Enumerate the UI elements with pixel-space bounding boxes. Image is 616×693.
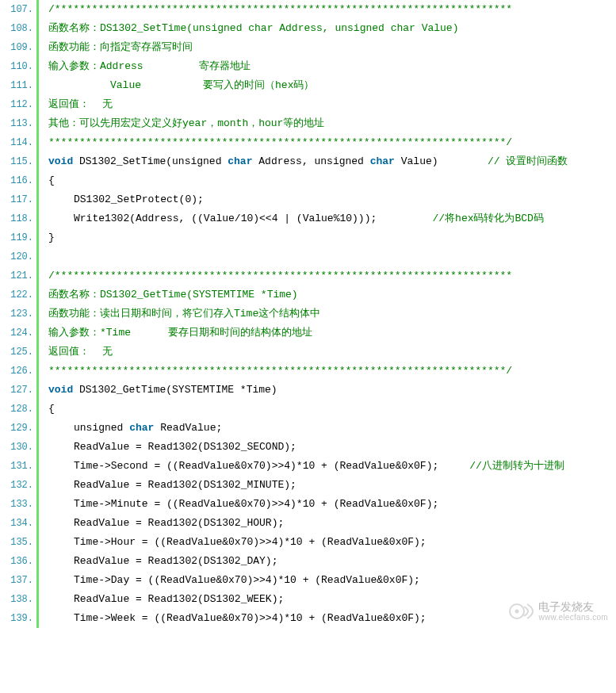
line-number: 130.	[0, 438, 39, 457]
code-text: {	[48, 403, 55, 415]
comment-text: ****************************************…	[48, 365, 512, 377]
code-text: Address, unsigned	[252, 155, 369, 167]
line-number: 117.	[0, 190, 39, 209]
line-number: 119.	[0, 228, 39, 247]
code-content: ReadValue = Read1302(DS1302_DAY);	[39, 552, 616, 571]
code-content: /***************************************…	[39, 266, 616, 285]
code-line: 136.ReadValue = Read1302(DS1302_DAY);	[0, 552, 616, 571]
code-line: 120.	[0, 247, 616, 266]
code-content: ReadValue = Read1302(DS1302_SECOND);	[39, 438, 616, 457]
code-line: 118.Write1302(Address, ((Value/10)<<4 | …	[0, 209, 616, 228]
code-text: DS1302_GetTime(SYSTEMTIME *Time)	[73, 384, 277, 396]
code-content: Time->Minute = ((ReadValue&0x70)>>4)*10 …	[39, 495, 616, 514]
code-text: ReadValue = Read1302(DS1302_SECOND);	[74, 441, 297, 453]
code-content: 输入参数：*Time 要存日期和时间的结构体的地址	[39, 324, 616, 343]
code-line: 121./***********************************…	[0, 266, 616, 285]
code-content: ReadValue = Read1302(DS1302_HOUR);	[39, 514, 616, 533]
keyword-text: char	[370, 155, 395, 167]
code-line: 119.}	[0, 228, 616, 247]
line-number: 118.	[0, 209, 39, 228]
code-line: 125.返回值： 无	[0, 343, 616, 362]
code-block: 107./***********************************…	[0, 0, 616, 628]
line-number: 135.	[0, 533, 39, 552]
code-content: 函数功能：读出日期和时间，将它们存入Time这个结构体中	[39, 304, 616, 324]
code-content: Write1302(Address, ((Value/10)<<4 | (Val…	[39, 209, 616, 228]
code-content: /***************************************…	[39, 0, 616, 19]
code-line: 122.函数名称：DS1302_GetTime(SYSTEMTIME *Time…	[0, 285, 616, 304]
line-number: 109.	[0, 38, 39, 57]
code-line: 107./***********************************…	[0, 0, 616, 19]
code-text: unsigned	[74, 422, 129, 434]
code-content: Time->Day = ((ReadValue&0x70)>>4)*10 + (…	[39, 571, 616, 590]
code-content: ReadValue = Read1302(DS1302_MINUTE);	[39, 476, 616, 495]
code-content: Time->Hour = ((ReadValue&0x70)>>4)*10 + …	[39, 533, 616, 552]
keyword-text: char	[228, 155, 252, 167]
keyword-text: void	[48, 384, 73, 396]
comment-text: 函数名称：DS1302_GetTime(SYSTEMTIME *Time)	[48, 289, 298, 301]
line-number: 113.	[0, 114, 39, 133]
code-text: Time->Week = ((ReadValue&0x70)>>4)*10 + …	[74, 612, 427, 624]
line-number: 137.	[0, 571, 39, 590]
comment-text: ****************************************…	[48, 136, 512, 148]
code-content: 返回值： 无	[39, 95, 616, 114]
comment-text: 输入参数：*Time 要存日期和时间的结构体的地址	[48, 327, 312, 339]
comment-text: 函数功能：读出日期和时间，将它们存入Time这个结构体中	[48, 308, 320, 320]
watermark: 电子发烧友 www.elecfans.com	[508, 599, 608, 623]
code-line: 109.函数功能：向指定寄存器写时间	[0, 38, 616, 57]
code-content: void DS1302_SetTime(unsigned char Addres…	[39, 152, 616, 171]
code-content: 函数名称：DS1302_SetTime(unsigned char Addres…	[39, 19, 616, 38]
line-number: 133.	[0, 495, 39, 514]
code-text: Write1302(Address, ((Value/10)<<4 | (Val…	[74, 212, 432, 224]
code-text: ReadValue = Read1302(DS1302_DAY);	[74, 555, 277, 567]
code-content: 返回值： 无	[39, 343, 616, 362]
code-content: ****************************************…	[39, 133, 616, 152]
code-text: {	[48, 174, 55, 186]
code-line: 127.void DS1302_GetTime(SYSTEMTIME *Time…	[0, 381, 616, 400]
code-text: ReadValue = Read1302(DS1302_MINUTE);	[74, 479, 297, 491]
code-line: 114.************************************…	[0, 133, 616, 152]
comment-text: Value 要写入的时间（hex码）	[48, 79, 314, 91]
line-number: 128.	[0, 400, 39, 419]
code-text: Time->Minute = ((ReadValue&0x70)>>4)*10 …	[74, 498, 438, 510]
code-line: 112.返回值： 无	[0, 95, 616, 114]
line-number: 108.	[0, 19, 39, 38]
line-number: 115.	[0, 152, 39, 171]
comment-text: 其他：可以先用宏定义定义好year，month，hour等的地址	[48, 117, 324, 129]
line-number: 111.	[0, 76, 39, 95]
line-number: 126.	[0, 362, 39, 381]
code-text: ReadValue = Read1302(DS1302_WEEK);	[74, 593, 284, 605]
code-line: 130.ReadValue = Read1302(DS1302_SECOND);	[0, 438, 616, 457]
code-line: 131.Time->Second = ((ReadValue&0x70)>>4)…	[0, 457, 616, 476]
code-text: }	[48, 232, 55, 243]
comment-text: 返回值： 无	[48, 98, 113, 110]
code-content: Time->Second = ((ReadValue&0x70)>>4)*10 …	[39, 457, 616, 476]
line-number: 134.	[0, 514, 39, 533]
code-content: 输入参数：Address 寄存器地址	[39, 57, 616, 76]
line-number: 121.	[0, 266, 39, 285]
code-content: {	[39, 400, 616, 419]
code-content: 其他：可以先用宏定义定义好year，month，hour等的地址	[39, 114, 616, 133]
code-text: Time->Second = ((ReadValue&0x70)>>4)*10 …	[74, 460, 469, 472]
code-content: 函数功能：向指定寄存器写时间	[39, 38, 616, 57]
keyword-text: char	[129, 422, 154, 434]
code-text: ReadValue = Read1302(DS1302_HOUR);	[74, 517, 284, 529]
code-line: 132.ReadValue = Read1302(DS1302_MINUTE);	[0, 476, 616, 495]
code-line: 133.Time->Minute = ((ReadValue&0x70)>>4)…	[0, 495, 616, 514]
line-number: 114.	[0, 133, 39, 152]
code-line: 116.{	[0, 171, 616, 190]
code-content: Value 要写入的时间（hex码）	[39, 76, 616, 95]
line-number: 125.	[0, 343, 39, 362]
code-content: ****************************************…	[39, 362, 616, 381]
line-number: 110.	[0, 57, 39, 76]
comment-text: /***************************************…	[48, 270, 512, 281]
comment-text: //八进制转为十进制	[469, 460, 564, 472]
code-text: Time->Hour = ((ReadValue&0x70)>>4)*10 + …	[74, 536, 427, 548]
comment-text: 函数名称：DS1302_SetTime(unsigned char Addres…	[48, 22, 458, 34]
comment-text: //将hex码转化为BCD码	[432, 212, 543, 224]
code-line: 115.void DS1302_SetTime(unsigned char Ad…	[0, 152, 616, 171]
code-line: 124.输入参数：*Time 要存日期和时间的结构体的地址	[0, 324, 616, 343]
code-text: Time->Day = ((ReadValue&0x70)>>4)*10 + (…	[74, 574, 420, 586]
code-text: Value)	[395, 155, 488, 167]
line-number: 122.	[0, 285, 39, 304]
code-content: {	[39, 171, 616, 190]
